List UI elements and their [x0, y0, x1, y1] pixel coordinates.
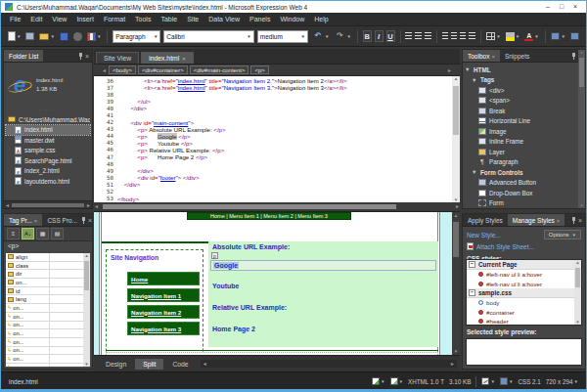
toolbox-item-inline-frame[interactable]: Inline Frame	[465, 137, 577, 148]
breadcrumb-left-icon[interactable]: ◄	[102, 67, 107, 73]
close-icon[interactable]: ×	[491, 54, 495, 60]
style-group-sample-css[interactable]: −sample.css	[467, 288, 574, 298]
selected-paragraph-box[interactable]: Google	[210, 260, 436, 271]
font-color-button[interactable]: A▼	[523, 29, 539, 43]
alphabetical-view-button[interactable]: A↓	[22, 228, 34, 240]
home-page-2-link[interactable]: Home Page 2	[212, 326, 255, 332]
decrease-indent-button[interactable]	[460, 32, 466, 40]
breadcrumb-p[interactable]: <p>	[250, 65, 268, 74]
open-file-button[interactable]: ▼	[38, 29, 55, 43]
close-button[interactable]: ×	[568, 1, 582, 13]
font-size-select[interactable]: medium▼	[257, 30, 308, 43]
toolbox-item-div[interactable]: <div>	[465, 85, 577, 96]
preview-in-browser-button[interactable]: ▼	[86, 29, 102, 43]
style-item[interactable]: #container	[467, 308, 574, 318]
close-icon[interactable]: ×	[182, 56, 186, 62]
style-item[interactable]: #header	[467, 317, 574, 326]
collapse-icon[interactable]: ▼	[472, 77, 477, 83]
status-doctype[interactable]: XHTML 1.0 T	[408, 378, 444, 385]
style-group-current-page[interactable]: −Current Page	[467, 260, 574, 270]
scroll-left-icon[interactable]: ◄	[5, 201, 10, 209]
menu-file[interactable]: File	[5, 13, 25, 26]
toolbox-item-form[interactable]: Form	[465, 198, 577, 207]
breadcrumb-body[interactable]: <body>	[109, 65, 136, 74]
page-size-button[interactable]: 720 x 294▼	[546, 378, 578, 385]
highlight-button[interactable]: ▼	[505, 29, 520, 43]
options-button[interactable]: Options▼	[544, 230, 581, 240]
scroll-down-icon[interactable]: ▼	[574, 320, 581, 325]
new-style-link[interactable]: New Style...	[467, 232, 501, 239]
scroll-up-icon[interactable]: ▲	[452, 213, 460, 218]
scroll-up-icon[interactable]: ▲	[574, 260, 581, 265]
scroll-up-icon[interactable]: ▲	[578, 50, 585, 55]
style-item[interactable]: body	[467, 298, 574, 308]
file-row-searchpage[interactable]: eSearchPage.html	[6, 155, 90, 166]
rendering-mode-button[interactable]: ▼	[500, 377, 513, 385]
style-list-vscrollbar[interactable]: ▲▼	[574, 260, 581, 325]
file-row-index[interactable]: eindex.html	[6, 125, 90, 136]
breadcrumb-right-icon[interactable]: ►	[447, 67, 452, 73]
close-icon[interactable]: ×	[557, 218, 561, 224]
tab-folder-list[interactable]: Folder List	[4, 50, 43, 62]
compatibility-button[interactable]: ▼	[390, 377, 403, 385]
new-document-button[interactable]: ▼	[7, 29, 22, 43]
design-vscrollbar[interactable]: ▲▼	[452, 212, 460, 355]
scroll-up-icon[interactable]: ▲	[452, 76, 460, 81]
menu-tools[interactable]: Tools	[130, 13, 156, 26]
toolbox-item-paragraph[interactable]: ¶Paragraph	[465, 157, 577, 168]
code-hscrollbar[interactable]: ◄►	[94, 202, 460, 210]
close-icon[interactable]: ×	[88, 214, 92, 227]
tag-properties-vscrollbar[interactable]: ▲▼	[83, 253, 90, 367]
bullet-list-button[interactable]	[451, 32, 457, 40]
tab-tag-properties[interactable]: Tag Pr...×	[4, 214, 42, 226]
tab-snippets[interactable]: Snippets	[500, 50, 534, 62]
scroll-left-icon[interactable]: ◄	[203, 360, 207, 368]
nav-link-item-1[interactable]: Navigation Item 1	[127, 288, 200, 302]
menu-data-view[interactable]: Data View	[203, 13, 245, 26]
design-hscrollbar[interactable]: ◄►	[201, 360, 457, 368]
property-row[interactable]: class	[6, 262, 90, 271]
youtube-link[interactable]: Youtube	[212, 283, 239, 289]
set-properties-view-button[interactable]: ▦	[36, 228, 49, 240]
toolbox-item-advanced-button[interactable]: Advanced Button	[465, 178, 577, 189]
scroll-up-icon[interactable]: ▲	[83, 253, 90, 258]
toolbox-node-html[interactable]: ▼HTML	[465, 65, 577, 75]
design-left-nav[interactable]: Site Navigation Home Navigation Item 1 N…	[106, 249, 203, 355]
tab-toolbox[interactable]: Toolbox×	[463, 50, 500, 62]
scroll-thumb[interactable]	[579, 58, 584, 87]
scroll-down-icon[interactable]: ▼	[83, 362, 90, 367]
insert-hyperlink-button[interactable]	[569, 29, 580, 43]
scroll-thumb[interactable]	[12, 203, 84, 207]
undo-button[interactable]: ↶▼	[311, 29, 330, 43]
paragraph-style-select[interactable]: Paragraph▼	[113, 30, 160, 43]
property-row[interactable]: dir	[6, 270, 90, 279]
folder-list-hscrollbar[interactable]: ◄►	[4, 200, 92, 208]
file-row-layoutdemo[interactable]: elayoutdemo.html	[6, 176, 90, 187]
design-view[interactable]: Home | Menu Item 1 | Menu Item 2 | Menu …	[94, 211, 460, 355]
menu-site[interactable]: Site	[182, 13, 203, 26]
property-row[interactable]: on...	[6, 279, 90, 287]
italic-button[interactable]: I	[375, 30, 384, 42]
collapse-icon[interactable]: ▼	[472, 169, 477, 175]
menu-table[interactable]: Table	[156, 13, 182, 26]
attach-stylesheet-link[interactable]: Attach Style Sheet...	[476, 243, 534, 250]
property-row[interactable]: id	[6, 287, 90, 296]
menu-panels[interactable]: Panels	[245, 13, 275, 26]
toolbox-item-span[interactable]: <span>	[465, 96, 577, 107]
google-link[interactable]: Google	[213, 262, 239, 269]
scroll-thumb[interactable]	[84, 261, 89, 290]
design-top-menu[interactable]: Home | Menu Item 1 | Menu Item 2 | Menu …	[187, 212, 351, 220]
breadcrumb-main-content[interactable]: <div#main-content>	[190, 65, 249, 74]
pin-icon[interactable]	[572, 53, 575, 60]
scroll-thumb[interactable]	[103, 204, 396, 209]
property-row[interactable]: ϟon...	[6, 304, 90, 313]
insert-picture-button[interactable]: ▼	[550, 29, 565, 43]
close-icon[interactable]: ×	[34, 218, 38, 224]
show-attributes-button[interactable]: ▤	[51, 228, 64, 240]
property-row[interactable]: ϟon...	[6, 338, 90, 347]
property-row[interactable]: ϟon...	[6, 355, 90, 364]
file-row-sample[interactable]: Asample.css	[6, 146, 90, 156]
font-family-select[interactable]: Calibri▼	[163, 30, 253, 43]
tab-site-view[interactable]: Site View	[96, 52, 139, 64]
print-button[interactable]	[72, 29, 83, 43]
